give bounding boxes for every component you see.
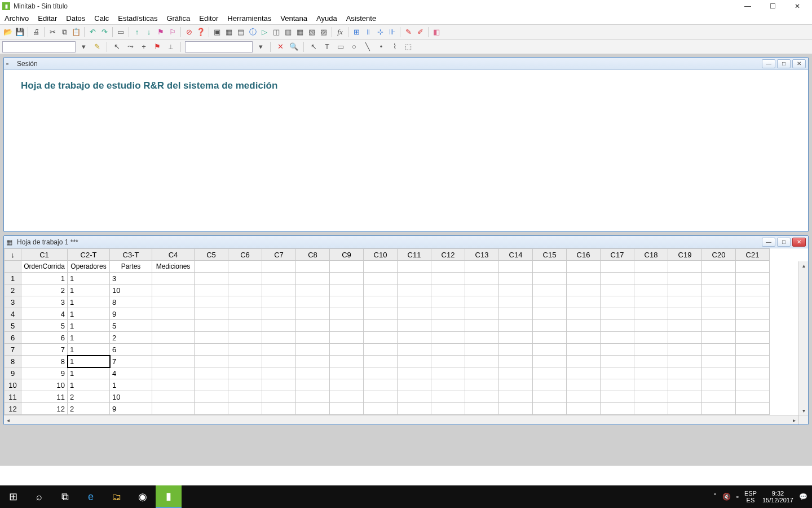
window-worksheet-icon[interactable]: ▦ [223, 27, 235, 38]
cell[interactable] [634, 391, 668, 403]
column-header[interactable]: C11 [398, 249, 431, 261]
undo-icon[interactable]: ↶ [87, 27, 98, 38]
cell[interactable] [398, 273, 431, 284]
cell[interactable] [634, 273, 668, 284]
polyline-icon[interactable]: ⌇ [389, 41, 400, 52]
cell[interactable] [431, 379, 465, 391]
dot-icon[interactable]: • [376, 41, 387, 52]
cell[interactable] [465, 356, 499, 367]
cell[interactable] [228, 284, 262, 296]
cell[interactable] [228, 391, 262, 403]
cell[interactable] [668, 308, 702, 320]
cell[interactable] [152, 296, 195, 308]
column-name-cell[interactable] [262, 261, 296, 273]
cell[interactable]: 8 [21, 356, 68, 367]
cell[interactable] [465, 308, 499, 320]
cell[interactable] [228, 367, 262, 379]
cell[interactable] [152, 367, 195, 379]
cell[interactable] [330, 332, 364, 344]
cell[interactable]: 1 [68, 320, 110, 332]
cell[interactable] [465, 273, 499, 284]
cell[interactable] [533, 284, 567, 296]
cell[interactable] [296, 379, 330, 391]
cell[interactable] [499, 391, 533, 403]
menu-estadisticas[interactable]: Estadísticas [113, 13, 162, 24]
cell[interactable] [262, 284, 296, 296]
cell[interactable] [634, 296, 668, 308]
arrow-down-icon[interactable]: ↓ [143, 27, 155, 38]
cell[interactable] [668, 403, 702, 415]
cell[interactable] [533, 308, 567, 320]
menu-editor[interactable]: Editor [195, 13, 223, 24]
cell[interactable] [736, 379, 770, 391]
cell[interactable] [262, 296, 296, 308]
column-header[interactable]: C19 [668, 249, 702, 261]
cell[interactable] [499, 273, 533, 284]
window-session-icon[interactable]: ▣ [211, 27, 223, 38]
cell[interactable] [228, 296, 262, 308]
cell[interactable] [330, 403, 364, 415]
cell[interactable] [296, 320, 330, 332]
cell[interactable] [262, 273, 296, 284]
cell[interactable]: 2 [21, 284, 68, 296]
cell[interactable] [634, 367, 668, 379]
cell[interactable] [296, 308, 330, 320]
cell[interactable] [431, 332, 465, 344]
cell[interactable] [364, 367, 398, 379]
cell[interactable] [702, 391, 736, 403]
cell[interactable] [364, 308, 398, 320]
menu-herramientas[interactable]: Herramientas [223, 13, 276, 24]
cell[interactable] [398, 356, 431, 367]
cell[interactable] [152, 273, 195, 284]
row-header[interactable]: 2 [5, 284, 21, 296]
cell[interactable] [398, 391, 431, 403]
column-header[interactable]: C10 [364, 249, 398, 261]
column-header[interactable]: C8 [296, 249, 330, 261]
cell[interactable] [499, 344, 533, 356]
column-header[interactable]: C17 [601, 249, 634, 261]
column-header[interactable]: C9 [330, 249, 364, 261]
cell[interactable] [262, 379, 296, 391]
worksheet-grid[interactable]: ↓C1C2-TC3-TC4C5C6C7C8C9C10C11C12C13C14C1… [4, 248, 808, 424]
row-header[interactable]: 1 [5, 273, 21, 284]
cell[interactable] [499, 403, 533, 415]
text-icon[interactable]: T [321, 41, 333, 52]
cell[interactable] [668, 356, 702, 367]
cell[interactable] [736, 273, 770, 284]
cell[interactable]: 1 [68, 332, 110, 344]
column-name-cell[interactable] [668, 261, 702, 273]
column-header[interactable]: C15 [533, 249, 567, 261]
cell[interactable] [398, 367, 431, 379]
redo-icon[interactable]: ↷ [99, 27, 110, 38]
cell[interactable]: 5 [21, 320, 68, 332]
cell[interactable] [499, 379, 533, 391]
cell[interactable] [296, 367, 330, 379]
cell[interactable] [465, 379, 499, 391]
cell[interactable] [195, 367, 228, 379]
scroll-right-icon[interactable]: ▸ [790, 416, 798, 424]
tray-up-icon[interactable]: ˄ [713, 493, 717, 501]
cell[interactable] [195, 296, 228, 308]
cell[interactable] [567, 367, 601, 379]
cell[interactable]: 6 [21, 332, 68, 344]
cell[interactable] [567, 296, 601, 308]
column-name-cell[interactable]: Partes [110, 261, 152, 273]
cell[interactable]: 8 [110, 296, 152, 308]
cell[interactable] [296, 273, 330, 284]
session-maximize-button[interactable]: □ [777, 59, 791, 68]
cell[interactable] [152, 403, 195, 415]
cell[interactable] [228, 332, 262, 344]
cell[interactable] [465, 391, 499, 403]
cell[interactable] [152, 284, 195, 296]
cell[interactable] [499, 296, 533, 308]
row-header[interactable] [5, 261, 21, 273]
cell[interactable] [499, 356, 533, 367]
cell[interactable]: 4 [21, 308, 68, 320]
row-header[interactable]: 11 [5, 391, 21, 403]
cell[interactable] [702, 308, 736, 320]
cell[interactable] [702, 344, 736, 356]
cell[interactable] [601, 332, 634, 344]
cell[interactable] [330, 308, 364, 320]
cell[interactable] [195, 308, 228, 320]
cell[interactable]: 1 [21, 273, 68, 284]
